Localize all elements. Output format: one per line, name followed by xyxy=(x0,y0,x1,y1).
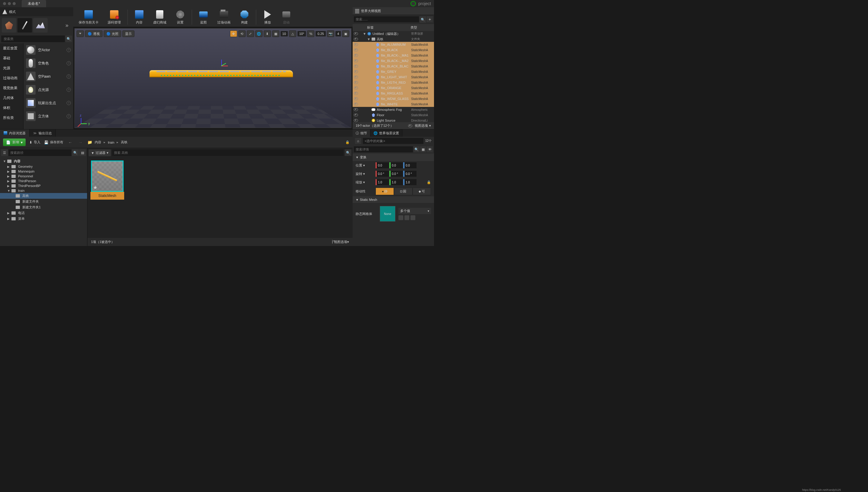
nav-forward-button[interactable]: → xyxy=(77,140,84,145)
eye-icon[interactable]: 👁 xyxy=(427,146,433,152)
outliner-row[interactable]: file_RRGLASSStaticMeshA xyxy=(353,91,434,96)
category-几何体[interactable]: 几何体 xyxy=(0,93,23,103)
class-search-input[interactable] xyxy=(1,35,65,42)
folder-row[interactable]: ▼train xyxy=(0,188,87,193)
toolbar-过场动画[interactable]: 过场动画 xyxy=(215,8,233,26)
use-selected-button[interactable] xyxy=(398,215,403,220)
col-type[interactable]: 类型 xyxy=(410,25,431,30)
toolbar-保存当前关卡[interactable]: 保存当前关卡 xyxy=(76,8,101,26)
expand-modes-button[interactable]: » xyxy=(63,22,71,29)
scale-snap-value[interactable]: 0.25 xyxy=(315,31,326,36)
place-mode-button[interactable] xyxy=(2,18,16,32)
outliner-row[interactable]: file_GREYStaticMeshA xyxy=(353,69,434,74)
view-options-button[interactable]: 视图选项▾ xyxy=(332,240,349,244)
folder-row[interactable]: 高铁 xyxy=(0,193,87,199)
mobility-movable-button[interactable]: ◆ 可 xyxy=(413,188,431,195)
landscape-mode-button[interactable] xyxy=(33,18,48,32)
place-item[interactable]: 空Pawn? xyxy=(24,70,73,83)
outliner-row[interactable]: file_BLACK-._MA2StaticMeshA xyxy=(353,58,434,64)
tab-content-browser[interactable]: 内容浏览器 xyxy=(0,129,29,137)
viewport-options-button[interactable] xyxy=(76,30,84,37)
grid-snap-value[interactable]: 10 xyxy=(281,31,288,36)
toolbar-内容[interactable]: 内容 xyxy=(132,8,146,26)
location-z-input[interactable]: 0.0 xyxy=(403,162,417,168)
outliner-search-input[interactable] xyxy=(354,16,419,22)
place-item[interactable]: 立方体? xyxy=(24,109,73,123)
folder-row[interactable]: ▶电话 xyxy=(0,210,87,216)
outliner-row[interactable]: file_LIGHT_WHITStaticMeshA xyxy=(353,74,434,80)
asset-staticmesh[interactable]: StaticMesh xyxy=(90,161,124,235)
asset-grid[interactable]: StaticMesh xyxy=(87,157,353,238)
details-search-input[interactable] xyxy=(354,146,413,152)
toolbar-蓝图[interactable]: 蓝图 xyxy=(196,8,211,26)
tree-search-input[interactable] xyxy=(8,149,71,156)
outliner-row[interactable]: file_ALUMINIUMStaticMeshA xyxy=(353,42,434,47)
rotation-x-input[interactable]: 0.0 ° xyxy=(376,171,389,177)
train-mesh[interactable] xyxy=(149,70,293,77)
category-过场动画[interactable]: 过场动画 xyxy=(0,73,23,83)
nav-back-button[interactable]: ← xyxy=(67,140,73,145)
scale-z-input[interactable]: 1.0 xyxy=(403,179,417,185)
toolbar-设置[interactable]: 设置 xyxy=(173,8,187,26)
asset-search-input[interactable] xyxy=(112,149,344,156)
outliner-row[interactable]: file_WHITEStaticMeshA xyxy=(353,101,434,107)
place-item[interactable]: 玩家出生点? xyxy=(24,96,73,109)
outliner-row[interactable]: Light SourceDirectionalLi xyxy=(353,118,434,122)
camera-speed-value[interactable]: 4 xyxy=(335,31,341,36)
category-视觉效果[interactable]: 视觉效果 xyxy=(0,83,23,93)
mesh-dropdown[interactable]: 多个值 ▾ xyxy=(398,208,431,214)
add-new-button[interactable]: 📄 新增 ▾ xyxy=(3,139,26,146)
viewport[interactable]: 🔵 透视 🔵 光照 显示 ✥ ⟲ ⤢ 🌐 ⬇ ▦ 10 △ 10° % 0.25… xyxy=(74,28,351,128)
outliner-row[interactable]: file_BLACK_BLACStaticMeshA xyxy=(353,64,434,69)
search-icon[interactable]: 🔍 xyxy=(420,16,426,23)
category-光源[interactable]: 光源 xyxy=(0,63,23,73)
maximize-dot[interactable] xyxy=(13,2,16,5)
folder-row[interactable]: ▶Geometry xyxy=(0,164,87,169)
scale-lock-icon[interactable]: 🔒 xyxy=(427,180,431,184)
breadcrumb-item[interactable]: 内容 xyxy=(95,140,101,145)
place-item[interactable]: 点光源? xyxy=(24,83,73,96)
scale-x-input[interactable]: 1.0 xyxy=(376,179,389,185)
mobility-stationary-button[interactable]: ⊡ 固 xyxy=(394,188,412,195)
location-x-input[interactable]: 0.0 xyxy=(376,162,389,168)
project-badge[interactable]: project xyxy=(410,1,431,6)
grid-snap-button[interactable]: ▦ xyxy=(272,30,279,37)
coord-space-button[interactable]: 🌐 xyxy=(255,30,262,37)
outliner-row[interactable]: ▼高铁文件夹 xyxy=(353,36,434,42)
outliner-row[interactable]: FloorStaticMeshA xyxy=(353,112,434,118)
rotation-y-input[interactable]: 0.0 ° xyxy=(390,171,403,177)
folder-row[interactable]: ▶Personnel xyxy=(0,174,87,178)
paint-mode-button[interactable] xyxy=(18,18,32,32)
lit-mode-button[interactable]: 🔵 光照 xyxy=(104,30,121,37)
browse-button[interactable] xyxy=(404,215,409,220)
section-transform[interactable]: ▼变换 xyxy=(353,153,434,161)
search-icon[interactable]: 🔍 xyxy=(72,149,79,156)
category-体积[interactable]: 体积 xyxy=(0,103,23,113)
lock-icon[interactable]: 🔒 xyxy=(345,140,350,145)
outliner-row[interactable]: file_LIGTH_REDStaticMeshA xyxy=(353,80,434,85)
outliner-row[interactable]: file_BLACK-._MA1StaticMeshA xyxy=(353,53,434,58)
folder-row[interactable]: ▶Mannequin xyxy=(0,169,87,174)
show-button[interactable]: 显示 xyxy=(122,30,135,37)
reset-button[interactable] xyxy=(410,215,415,220)
home-button[interactable]: ⌂ xyxy=(355,138,361,144)
mobility-static-button[interactable]: ● 静 xyxy=(376,188,394,195)
outliner-row[interactable]: file_ORANGEStaticMeshA xyxy=(353,85,434,91)
asset-thumbnail[interactable] xyxy=(91,161,123,192)
rotate-gizmo-button[interactable]: ⟲ xyxy=(238,30,245,37)
place-item[interactable]: 空Actor? xyxy=(24,43,73,57)
perspective-button[interactable]: 🔵 透视 xyxy=(85,30,102,37)
folder-row[interactable]: ▶菜单 xyxy=(0,216,87,222)
translate-gizmo-button[interactable]: ✥ xyxy=(230,30,237,37)
toolbar-启动[interactable]: 启动 xyxy=(279,8,294,26)
mesh-thumbnail[interactable]: None xyxy=(380,206,395,222)
outliner-row[interactable]: ▼Untitled（编辑器）世界场景 xyxy=(353,31,434,36)
save-all-button[interactable]: 💾 保存所有 xyxy=(44,140,63,145)
folder-row[interactable]: 新建文件夹1 xyxy=(0,204,87,210)
category-最近放置[interactable]: 最近放置 xyxy=(0,43,23,53)
tab-world-settings[interactable]: 🌐 世界场景设置 xyxy=(370,129,402,137)
location-y-input[interactable]: 0.0 xyxy=(390,162,403,168)
add-actor-button[interactable]: + xyxy=(427,16,433,22)
toolbar-播放[interactable]: 播放 xyxy=(260,8,275,26)
search-icon[interactable]: 🔍 xyxy=(414,146,420,152)
